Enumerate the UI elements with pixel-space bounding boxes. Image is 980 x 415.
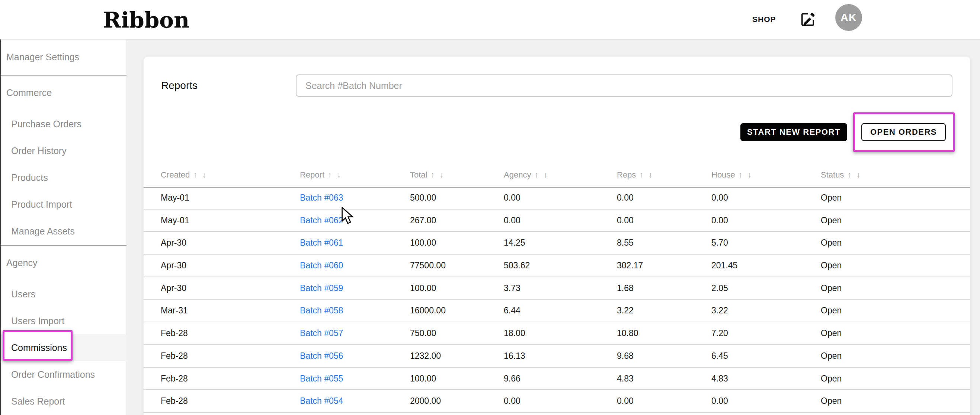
cell-house: 2.05 (711, 277, 728, 299)
batch-link[interactable]: Batch #055 (300, 374, 343, 383)
column-label: Created (161, 170, 190, 179)
sidebar-label: Order History (11, 145, 67, 156)
table-header-status[interactable]: Status↑ ↓ (821, 167, 862, 187)
cell-created: Feb-28 (161, 345, 188, 367)
sort-arrows-icon[interactable]: ↑ ↓ (328, 171, 342, 179)
cell-report: Batch #059 (300, 277, 343, 299)
sort-arrows-icon[interactable]: ↑ ↓ (738, 171, 753, 179)
cell-status: Open (821, 390, 842, 412)
sidebar-label: Product Import (11, 199, 72, 209)
reports-card: Reports START NEW REPORT OPEN ORDERS Cre… (144, 57, 970, 415)
cell-agency: 16.13 (504, 345, 525, 367)
cell-reps: 1.68 (617, 277, 634, 299)
cell-status: Open (821, 187, 842, 209)
table-header-house[interactable]: House↑ ↓ (711, 167, 752, 187)
start-new-report-button[interactable]: START NEW REPORT (740, 123, 847, 141)
sidebar-item-order-confirmations[interactable]: Order Confirmations (1, 361, 127, 388)
table-header-total[interactable]: Total↑ ↓ (410, 167, 445, 187)
sort-arrows-icon[interactable]: ↑ ↓ (193, 171, 208, 179)
ribbon-logo: Ribbon (103, 0, 189, 39)
sidebar-section-commerce[interactable]: Commerce (1, 79, 127, 106)
cell-agency: 18.00 (504, 322, 525, 344)
cell-reps: 4.83 (617, 368, 634, 390)
open-orders-button[interactable]: OPEN ORDERS (861, 123, 946, 141)
cell-report: Batch #063 (300, 187, 343, 209)
table-row: Mar-31Batch #05816000.006.443.223.22Open (144, 300, 970, 322)
cell-status: Open (821, 255, 842, 276)
edit-compose-button[interactable] (799, 10, 817, 29)
cell-created: Apr-30 (161, 232, 186, 254)
cell-status: Open (821, 345, 842, 367)
cell-agency: 14.25 (504, 232, 525, 254)
cell-total: 750.00 (410, 322, 436, 344)
cell-status: Open (821, 232, 842, 254)
sidebar-item-users[interactable]: Users (1, 281, 127, 307)
sidebar-label: Sales Report (11, 396, 65, 407)
batch-link[interactable]: Batch #058 (300, 306, 343, 315)
sidebar-item-manage-assets[interactable]: Manage Assets (1, 218, 127, 244)
batch-search-input[interactable] (296, 75, 953, 97)
sidebar-label: Commissions (11, 342, 67, 353)
table-row: Apr-30Batch #061100.0014.258.555.70Open (144, 232, 970, 255)
batch-link[interactable]: Batch #056 (300, 351, 343, 361)
table-header-reps[interactable]: Reps↑ ↓ (617, 167, 654, 187)
sidebar-item-product-import[interactable]: Product Import (1, 191, 127, 218)
sidebar-item-order-history[interactable]: Order History (1, 137, 127, 164)
cell-reps: 3.22 (617, 300, 634, 322)
sort-arrows-icon[interactable]: ↑ ↓ (431, 171, 445, 179)
sidebar-label: Purchase Orders (11, 119, 81, 129)
avatar[interactable]: AK (835, 4, 862, 31)
cell-reps: 8.55 (617, 232, 634, 254)
cell-created: Feb-28 (161, 322, 188, 344)
cell-total: 77500.00 (410, 255, 446, 276)
cell-reps: 9.68 (617, 345, 634, 367)
cell-created: May-01 (161, 209, 189, 231)
cell-reps: 10.80 (617, 322, 638, 344)
sidebar-section-agency[interactable]: Agency (1, 249, 127, 276)
table-row: Apr-30Batch #06077500.00503.62302.17201.… (144, 255, 970, 277)
cell-house: 4.83 (711, 368, 728, 390)
batch-link[interactable]: Batch #057 (300, 328, 343, 338)
batch-link[interactable]: Batch #054 (300, 396, 343, 406)
table-header-report[interactable]: Report↑ ↓ (300, 167, 342, 187)
avatar-initials: AK (840, 11, 857, 24)
sidebar-divider (1, 245, 127, 246)
sidebar-label: Products (11, 172, 48, 183)
batch-link[interactable]: Batch #059 (300, 283, 343, 293)
cell-total: 500.00 (410, 187, 436, 209)
sidebar-label: Agency (6, 257, 37, 268)
batch-link[interactable]: Batch #060 (300, 260, 343, 270)
batch-link[interactable]: Batch #063 (300, 193, 343, 203)
cell-report: Batch #061 (300, 232, 343, 254)
cell-agency: 0.00 (504, 209, 520, 231)
table-row: Feb-28Batch #0561232.0016.139.686.45Open (144, 345, 970, 368)
column-label: Report (300, 170, 325, 179)
shop-link[interactable]: SHOP (752, 0, 776, 39)
cell-house: 7.20 (711, 322, 728, 344)
sort-arrows-icon[interactable]: ↑ ↓ (847, 171, 862, 179)
table-header-row: Created↑ ↓Report↑ ↓Total↑ ↓Agency↑ ↓Reps… (144, 167, 970, 188)
cell-status: Open (821, 322, 842, 344)
sidebar-item-sales-report[interactable]: Sales Report (1, 388, 127, 415)
sidebar-label: Manager Settings (6, 52, 79, 62)
table-header-agency[interactable]: Agency↑ ↓ (504, 167, 549, 187)
cell-house: 0.00 (711, 209, 728, 231)
batch-link[interactable]: Batch #062 (300, 215, 343, 225)
sidebar-label: Commerce (6, 88, 52, 98)
cell-total: 100.00 (410, 232, 436, 254)
edit-icon (799, 24, 817, 30)
cell-report: Batch #058 (300, 300, 343, 322)
cell-created: Feb-28 (161, 390, 188, 412)
sort-arrows-icon[interactable]: ↑ ↓ (639, 171, 654, 179)
column-label: Reps (617, 170, 636, 179)
table-header-created[interactable]: Created↑ ↓ (161, 167, 208, 187)
column-label: House (711, 170, 735, 179)
cell-total: 1232.00 (410, 345, 441, 367)
batch-link[interactable]: Batch #061 (300, 238, 343, 247)
sidebar-item-purchase-orders[interactable]: Purchase Orders (1, 110, 127, 137)
cell-house: 201.45 (711, 255, 737, 276)
sort-arrows-icon[interactable]: ↑ ↓ (534, 171, 549, 179)
sidebar-section-manager-settings[interactable]: Manager Settings (1, 43, 127, 70)
column-label: Total (410, 170, 427, 179)
sidebar-item-products[interactable]: Products (1, 164, 127, 191)
